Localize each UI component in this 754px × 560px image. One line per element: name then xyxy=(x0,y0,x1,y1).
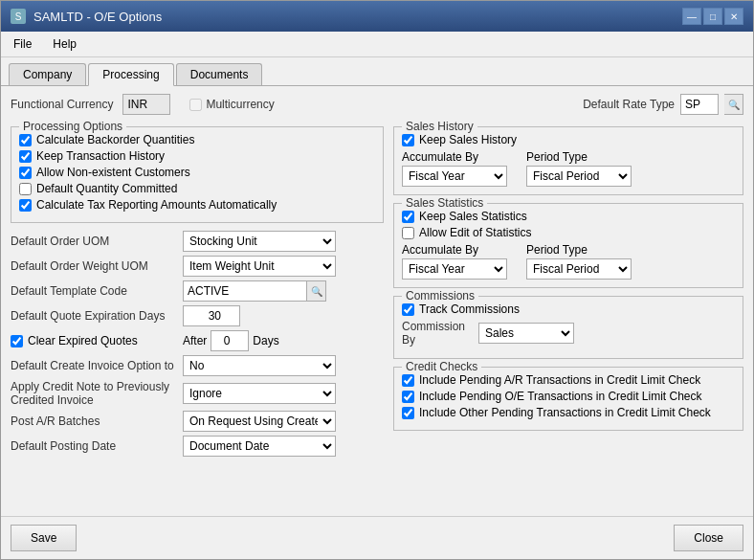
window-title: SAMLTD - O/E Options xyxy=(33,10,162,24)
default-posting-date-row: Default Posting Date Document Date Today… xyxy=(11,436,384,457)
days-label: Days xyxy=(253,334,278,347)
keep-sales-stats-row: Keep Sales Statistics xyxy=(402,210,735,223)
default-order-uom-row: Default Order UOM Stocking Unit Item Wei… xyxy=(11,231,384,252)
default-template-code-label: Default Template Code xyxy=(11,284,183,298)
default-template-code-input[interactable] xyxy=(183,280,307,302)
menu-help[interactable]: Help xyxy=(44,34,85,55)
default-posting-date-select[interactable]: Document Date Today's Date xyxy=(183,436,336,457)
commission-by-label: Commission By xyxy=(402,320,478,347)
sh-accumulate-label: Accumulate By xyxy=(402,150,507,164)
sales-stats-period-group: Period Type Fiscal Period Calendar Month xyxy=(526,243,632,280)
other-pending-label: Include Other Pending Transactions in Cr… xyxy=(419,406,711,419)
post-ar-batches-row: Post A/R Batches On Request Using Create… xyxy=(11,411,384,432)
credit-checks-group: Credit Checks Include Pending A/R Transa… xyxy=(393,367,743,431)
clear-expired-quotes-checkbox[interactable] xyxy=(11,335,23,347)
default-rate-type-input[interactable] xyxy=(680,94,719,115)
apply-credit-note-row: Apply Credit Note to Previously Credited… xyxy=(11,380,384,407)
after-days-input[interactable] xyxy=(211,330,249,351)
keep-transaction-label: Keep Transaction History xyxy=(36,149,165,163)
allow-edit-stats-row: Allow Edit of Statistics xyxy=(402,226,735,239)
functional-currency-input[interactable] xyxy=(122,94,170,115)
keep-sales-history-checkbox[interactable] xyxy=(402,134,414,146)
ss-period-type-select[interactable]: Fiscal Period Calendar Month xyxy=(526,258,632,280)
sales-history-accumulate-row: Accumulate By Fiscal Year Calendar Year … xyxy=(402,150,735,187)
processing-options-group: Processing Options Calculate Backorder Q… xyxy=(11,126,384,223)
calculate-tax-label: Calculate Tax Reporting Amounts Automati… xyxy=(36,198,277,212)
cc-row-2: Include Other Pending Transactions in Cr… xyxy=(402,406,735,419)
multicurrency-checkbox xyxy=(189,99,202,111)
default-qty-committed-checkbox[interactable] xyxy=(19,183,32,195)
other-pending-checkbox[interactable] xyxy=(402,407,414,419)
keep-transaction-checkbox[interactable] xyxy=(19,150,32,163)
title-buttons: — □ ✕ xyxy=(682,8,743,25)
cb-row-4: Calculate Tax Reporting Amounts Automati… xyxy=(19,198,375,212)
default-order-uom-select[interactable]: Stocking Unit Item Weight Unit xyxy=(183,231,336,252)
default-order-uom-label: Default Order UOM xyxy=(11,235,183,248)
cc-row-1: Include Pending O/E Transactions in Cred… xyxy=(402,390,735,403)
sh-period-type-select[interactable]: Fiscal Period Calendar Month xyxy=(526,166,632,187)
default-qty-committed-label: Default Quantity Committed xyxy=(36,182,177,195)
sales-history-accumulate-group: Accumulate By Fiscal Year Calendar Year xyxy=(402,150,507,187)
main-window: S SAMLTD - O/E Options — □ ✕ File Help C… xyxy=(0,0,754,560)
cb-row-1: Keep Transaction History xyxy=(19,149,375,163)
allow-nonexistent-checkbox[interactable] xyxy=(19,167,32,179)
track-commissions-label: Track Commissions xyxy=(419,302,520,316)
post-ar-batches-select[interactable]: On Request Using Create Batch Icon Autom… xyxy=(183,411,336,432)
sales-stats-accumulate-row: Accumulate By Fiscal Year Calendar Year … xyxy=(402,243,735,280)
default-rate-type-search-button[interactable]: 🔍 xyxy=(724,94,743,115)
keep-sales-history-row: Keep Sales History xyxy=(402,133,735,146)
close-window-button[interactable]: ✕ xyxy=(724,8,743,25)
track-commissions-row: Track Commissions xyxy=(402,302,735,316)
title-bar-left: S SAMLTD - O/E Options xyxy=(11,9,162,24)
after-label: After xyxy=(183,334,207,347)
pending-ar-checkbox[interactable] xyxy=(402,374,414,387)
calculate-backorder-checkbox[interactable] xyxy=(19,134,32,146)
maximize-button[interactable]: □ xyxy=(703,8,722,25)
save-button[interactable]: Save xyxy=(11,525,77,551)
tab-company[interactable]: Company xyxy=(9,63,86,85)
tab-processing[interactable]: Processing xyxy=(88,63,173,86)
default-order-weight-uom-select[interactable]: Item Weight Unit Stocking Unit xyxy=(183,256,336,277)
clear-expired-quotes-row: Clear Expired Quotes After Days xyxy=(11,330,384,351)
menu-bar: File Help xyxy=(1,32,753,57)
sh-accumulate-select[interactable]: Fiscal Year Calendar Year xyxy=(402,166,507,187)
keep-sales-stats-checkbox[interactable] xyxy=(402,211,414,223)
pending-ar-label: Include Pending A/R Transactions in Cred… xyxy=(419,373,700,387)
ss-accumulate-select[interactable]: Fiscal Year Calendar Year xyxy=(402,258,507,280)
commission-by-select[interactable]: Sales Amount xyxy=(478,323,574,344)
track-commissions-checkbox[interactable] xyxy=(402,303,414,316)
sales-statistics-label: Sales Statistics xyxy=(402,196,487,210)
minimize-button[interactable]: — xyxy=(682,8,701,25)
template-code-search-button[interactable]: 🔍 xyxy=(307,280,326,302)
sales-history-period-group: Period Type Fiscal Period Calendar Month xyxy=(526,150,632,187)
content-area: Functional Currency Multicurrency Defaul… xyxy=(1,86,753,516)
apply-credit-note-select[interactable]: Ignore Apply xyxy=(183,383,336,404)
template-code-wrap: 🔍 xyxy=(183,280,326,302)
calculate-tax-checkbox[interactable] xyxy=(19,199,32,212)
close-button[interactable]: Close xyxy=(674,525,743,551)
commissions-group: Commissions Track Commissions Commission… xyxy=(393,296,743,359)
top-row: Functional Currency Multicurrency Defaul… xyxy=(11,94,743,115)
allow-edit-stats-checkbox[interactable] xyxy=(402,227,414,239)
default-template-code-row: Default Template Code 🔍 xyxy=(11,280,384,302)
default-create-invoice-label: Default Create Invoice Option to xyxy=(11,359,183,372)
tab-bar: Company Processing Documents xyxy=(1,57,753,86)
cb-row-3: Default Quantity Committed xyxy=(19,182,375,195)
post-ar-batches-label: Post A/R Batches xyxy=(11,414,183,428)
default-quote-expiration-row: Default Quote Expiration Days xyxy=(11,305,384,326)
default-quote-expiration-input[interactable] xyxy=(183,305,240,326)
pending-oe-checkbox[interactable] xyxy=(402,391,414,403)
tab-documents[interactable]: Documents xyxy=(176,63,263,85)
default-rate-type-label: Default Rate Type xyxy=(583,98,675,111)
menu-file[interactable]: File xyxy=(5,34,40,55)
keep-sales-stats-label: Keep Sales Statistics xyxy=(419,210,527,223)
default-create-invoice-select[interactable]: No Yes xyxy=(183,355,336,376)
app-icon: S xyxy=(11,9,26,24)
ss-accumulate-label: Accumulate By xyxy=(402,243,507,257)
pending-oe-label: Include Pending O/E Transactions in Cred… xyxy=(419,390,701,403)
default-quote-expiration-label: Default Quote Expiration Days xyxy=(11,309,183,323)
sales-history-group: Sales History Keep Sales History Accumul… xyxy=(393,126,743,195)
allow-edit-stats-label: Allow Edit of Statistics xyxy=(419,226,531,239)
sales-history-label: Sales History xyxy=(402,120,477,133)
cb-row-0: Calculate Backorder Quantities xyxy=(19,133,375,146)
